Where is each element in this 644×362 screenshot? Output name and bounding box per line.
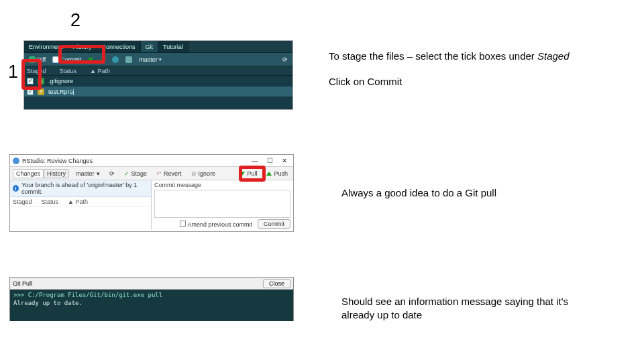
commit-button[interactable]: Commit [258,219,290,229]
check-icon: ✓ [124,170,129,177]
close-button[interactable]: ✕ [278,156,290,166]
window-titlebar: RStudio: Review Changes — ☐ ✕ [10,155,293,167]
commit-message-input[interactable] [154,190,290,218]
commit-message-label: Commit message [154,182,290,188]
more-icon-button[interactable] [123,56,134,63]
tab-connections[interactable]: Connections [97,41,141,52]
git-pull-window: Git Pull Close >>> C:/Program Files/Git/… [9,277,294,321]
pull-titlebar: Git Pull Close [10,278,293,290]
pull-arrow-icon [239,172,245,176]
col-path: ▲ Path [90,68,110,74]
pull-title: Git Pull [13,280,32,287]
refresh-button[interactable]: ⟳ [280,56,290,63]
status-badge: ? [38,88,44,95]
pull-button[interactable]: Pull [237,170,260,178]
review-changes-window: RStudio: Review Changes — ☐ ✕ Changes Hi… [9,154,294,232]
clock-icon [112,56,119,63]
col-staged: Staged [27,68,46,74]
pull-terminal: >>> C:/Program Files/Git/bin/git.exe pul… [10,290,293,321]
branch-selector[interactable]: master ▾ [73,170,103,178]
review-columns: Staged Status ▲ Path [10,197,151,207]
git-pane: Environment History Connections Git Tuto… [23,40,293,110]
push-button[interactable]: Push [264,170,290,178]
push-arrow-icon [266,172,272,176]
tab-history[interactable]: History [68,41,97,52]
file-path: .gitignore [48,78,73,84]
status-badge: A [38,78,44,84]
review-right-pane: Commit message Amend previous commit Com… [152,180,293,230]
close-button[interactable]: Close [263,279,290,288]
rstudio-icon [13,158,19,164]
window-title: RStudio: Review Changes [22,158,93,164]
gear-icon [125,56,132,63]
tab-changes[interactable]: Changes [13,169,44,178]
stage-checkbox[interactable]: ✓ [27,78,34,84]
tab-environment[interactable]: Environment [24,41,68,52]
amend-checkbox[interactable]: Amend previous commit [180,221,252,228]
ignore-icon: ⊘ [191,170,197,177]
info-icon: i [13,185,19,192]
file-path: test.Rproj [48,88,74,95]
commit-icon: ✓ [52,56,59,63]
branch-selector[interactable]: master ▾ [137,56,164,63]
maximize-button[interactable]: ☐ [264,156,276,166]
git-pane-tabs: Environment History Connections Git Tuto… [24,41,292,53]
col-status: Status [60,68,77,74]
stage-button[interactable]: ✓ Stage [121,170,150,178]
push-arrow-icon [100,58,105,62]
refresh-button[interactable]: ⟳ [107,170,117,178]
diff-icon [29,56,36,63]
callout-1: 1 [8,62,18,82]
git-row[interactable]: ✓ ? test.Rproj [24,86,292,97]
revert-icon: ↶ [156,170,162,177]
instruction-uptodate: Should see an information message saying… [341,295,583,322]
minimize-button[interactable]: — [249,156,261,166]
git-toolbar: Diff ✓ Commit master ▾ ⟳ [24,53,292,66]
diff-button[interactable]: Diff [27,56,48,63]
ignore-button[interactable]: ⊘ Ignore [189,170,219,178]
refresh-icon: ⟳ [109,170,115,177]
git-row[interactable]: ✓ A .gitignore [24,76,292,86]
stage-checkbox[interactable]: ✓ [27,88,34,95]
commit-button[interactable]: ✓ Commit [50,56,83,63]
pull-arrow-icon [88,58,93,62]
pull-icon-button[interactable] [86,58,95,62]
refresh-icon: ⟳ [282,56,288,63]
callout-2: 2 [70,10,80,31]
review-toolbar: Changes History master ▾ ⟳ ✓ Stage ↶ Rev… [10,167,293,180]
history-icon-button[interactable] [110,56,121,63]
tab-tutorial[interactable]: Tutorial [158,41,189,52]
instruction-stage: To stage the files – select the tick box… [329,50,570,63]
revert-button[interactable]: ↶ Revert [154,170,184,178]
push-icon-button[interactable] [98,58,107,62]
branch-ahead-info: i Your branch is ahead of 'origin/master… [10,180,151,197]
git-rows: ✓ A .gitignore ✓ ? test.Rproj [24,76,292,97]
tab-git[interactable]: Git [141,41,159,52]
instruction-pull: Always a good idea to do a Git pull [341,186,496,200]
tab-history[interactable]: History [44,169,69,178]
review-left-pane: i Your branch is ahead of 'origin/master… [10,180,152,230]
instruction-commit: Click on Commit [329,75,402,88]
git-columns: Staged Status ▲ Path [24,66,292,76]
